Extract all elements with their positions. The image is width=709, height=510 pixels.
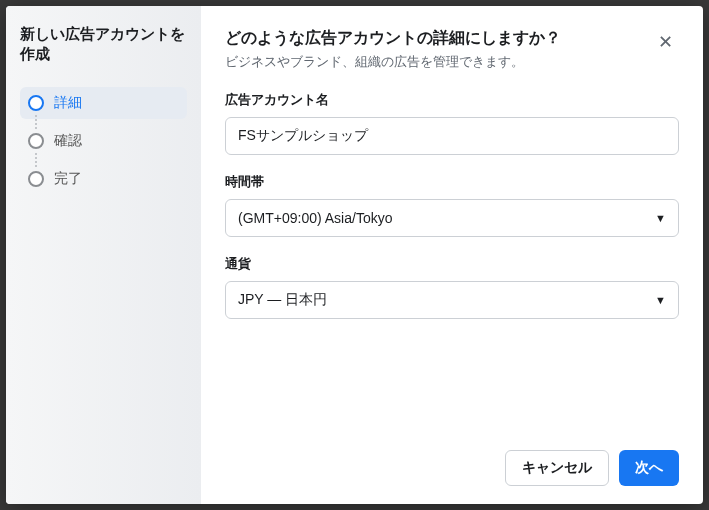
- radio-icon: [28, 171, 44, 187]
- field-label-currency: 通貨: [225, 255, 679, 273]
- radio-icon: [28, 95, 44, 111]
- page-subtitle: ビジネスやブランド、組織の広告を管理できます。: [225, 53, 561, 71]
- chevron-down-icon: ▼: [655, 212, 666, 224]
- timezone-select[interactable]: (GMT+09:00) Asia/Tokyo ▼: [225, 199, 679, 237]
- timezone-value: (GMT+09:00) Asia/Tokyo: [238, 210, 392, 226]
- cancel-button[interactable]: キャンセル: [505, 450, 609, 486]
- radio-icon: [28, 133, 44, 149]
- step-item-done: 完了: [20, 163, 187, 195]
- currency-value: JPY — 日本円: [238, 291, 327, 309]
- step-label: 完了: [54, 170, 82, 188]
- wizard-sidebar: 新しい広告アカウントを作成 詳細 確認 完了: [6, 6, 201, 504]
- close-button[interactable]: ✕: [651, 28, 679, 56]
- step-item-details[interactable]: 詳細: [20, 87, 187, 119]
- header-row: どのような広告アカウントの詳細にしますか？ ビジネスやブランド、組織の広告を管理…: [225, 28, 679, 91]
- header-text: どのような広告アカウントの詳細にしますか？ ビジネスやブランド、組織の広告を管理…: [225, 28, 561, 91]
- currency-select[interactable]: JPY — 日本円 ▼: [225, 281, 679, 319]
- next-button[interactable]: 次へ: [619, 450, 679, 486]
- field-label-timezone: 時間帯: [225, 173, 679, 191]
- chevron-down-icon: ▼: [655, 294, 666, 306]
- step-label: 詳細: [54, 94, 82, 112]
- field-timezone: 時間帯 (GMT+09:00) Asia/Tokyo ▼: [225, 173, 679, 237]
- close-icon: ✕: [658, 31, 673, 53]
- step-item-confirm: 確認: [20, 125, 187, 157]
- field-account-name: 広告アカウント名: [225, 91, 679, 155]
- main-panel: どのような広告アカウントの詳細にしますか？ ビジネスやブランド、組織の広告を管理…: [201, 6, 703, 504]
- field-currency: 通貨 JPY — 日本円 ▼: [225, 255, 679, 319]
- modal-footer: キャンセル 次へ: [225, 438, 679, 486]
- step-label: 確認: [54, 132, 82, 150]
- sidebar-title: 新しい広告アカウントを作成: [20, 24, 187, 65]
- step-list: 詳細 確認 完了: [20, 87, 187, 195]
- account-name-input[interactable]: [225, 117, 679, 155]
- create-ad-account-modal: 新しい広告アカウントを作成 詳細 確認 完了 どのような広告アカウントの詳細にし…: [6, 6, 703, 504]
- field-label-account-name: 広告アカウント名: [225, 91, 679, 109]
- page-title: どのような広告アカウントの詳細にしますか？: [225, 28, 561, 49]
